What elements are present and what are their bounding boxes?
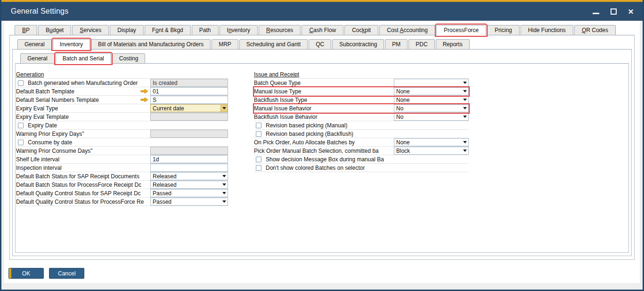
field-label-cell: Default Serial Numbers Template [16,96,150,104]
tab-general[interactable]: General [20,53,55,64]
checkbox[interactable] [18,123,24,128]
tab-bp[interactable]: BP [15,25,37,35]
field-label-cell: Pick Order Manual Batch Selection, commi… [254,147,394,155]
chevron-down-icon[interactable] [461,96,468,103]
link-arrow-icon[interactable] [140,89,148,94]
tab-qr-codes[interactable]: QR Codes [574,25,616,35]
field-label-cell: Default Batch Template [16,87,150,95]
field-label-cell: Default Batch Status for ProcessForce Re… [16,181,150,189]
checkbox[interactable] [18,80,24,86]
dropdown-value: None [396,97,461,103]
field-label: Default Batch Status for ProcessForce Re… [16,182,141,188]
dropdown-value: Released [153,182,220,188]
checkbox[interactable] [256,165,261,171]
tab-mrp[interactable]: MRP [212,39,238,50]
field-label-cell: Shelf Life interval [16,155,150,163]
field-label-cell: Revision based picking (Backflush) [254,130,394,138]
chevron-down-icon[interactable] [461,139,468,146]
chevron-down-icon[interactable] [461,79,468,86]
tab-cost-accounting[interactable]: Cost Accounting [379,25,435,35]
field-label-cell: Warning Prior Consume Days" [16,147,150,155]
field-label: Expiry Date [28,122,57,129]
field-row-batch-generated-when-manufacturing-order: Batch generated when Manufacturing Order… [16,79,228,87]
tab-processforce[interactable]: ProcessForce [436,25,486,35]
dropdown-value: Passed [153,199,220,205]
minimize-button[interactable] [592,7,600,16]
chevron-down-icon[interactable] [220,105,228,112]
tab-font-bkgd[interactable]: Font & Bkgd [145,25,191,35]
dropdown-field[interactable]: Released [150,172,228,180]
field-row-warning-prior-expiry-days: Warning Prior Expiry Days" [16,130,228,138]
tab-inventory[interactable]: Inventory [220,25,258,35]
tab-cash-flow[interactable]: Cash Flow [302,25,343,35]
chevron-down-icon[interactable] [220,190,228,197]
tab-budget[interactable]: Budget [38,25,71,35]
dropdown-field[interactable]: Passed [150,198,228,206]
field-label: Revision based picking (Backflush) [266,131,353,137]
dropdown-field[interactable]: No [394,104,469,112]
checkbox[interactable] [256,131,261,137]
link-arrow-icon[interactable] [140,97,148,102]
field-label-cell: Manual Issue Behavior [254,104,394,112]
chevron-down-icon[interactable] [461,105,468,112]
tab-display[interactable]: Display [110,25,143,35]
empty-cell [394,121,469,129]
dropdown-field[interactable] [394,79,469,87]
dropdown-field[interactable]: Passed [150,189,228,197]
tab-resources[interactable]: Resources [259,25,301,35]
tab-path[interactable]: Path [192,25,219,35]
empty-cell [150,121,228,129]
dropdown-field[interactable]: Released [150,181,228,189]
tab-reports[interactable]: Reports [436,39,470,50]
field-label-cell: Batch generated when Manufacturing Order [16,79,150,87]
chevron-down-icon[interactable] [220,181,228,188]
tab-subcontracting[interactable]: Subcontracting [332,39,384,50]
batch-and-serial-panel: GenerationBatch generated when Manufactu… [15,64,629,253]
dropdown-field[interactable]: None [394,138,469,146]
field-label-cell: Default Batch Status for SAP Receipt Doc… [16,172,150,180]
close-button[interactable]: ✕ [627,7,635,16]
main-tab-bar: BPBudgetServicesDisplayFont & BkgdPathIn… [9,25,635,35]
chevron-down-icon[interactable] [220,173,228,180]
tab-pricing[interactable]: Pricing [487,25,520,35]
text-input[interactable]: 1d [150,155,228,163]
field-label: Expiry Eval Template [16,114,69,120]
tab-bill-of-materials-and-manufacturing-orders[interactable]: Bill of Materials and Manufacturing Orde… [91,39,211,50]
tab-cockpit[interactable]: Cockpit [344,25,378,35]
field-row-default-batch-status-for-processforce-receipt-dc: Default Batch Status for ProcessForce Re… [16,181,228,189]
chevron-down-icon[interactable] [461,88,468,95]
checkbox[interactable] [256,157,261,162]
checkbox[interactable] [18,140,24,145]
tab-inventory[interactable]: Inventory [53,39,90,50]
text-input[interactable]: S [150,96,228,104]
text-input[interactable] [150,164,228,172]
tab-scheduling-and-gantt[interactable]: Scheduling and Gantt [239,39,308,50]
tab-services[interactable]: Services [72,25,109,35]
field-label-cell: Warning Prior Expiry Days" [16,130,150,138]
field-label: Inspection interval [16,165,62,171]
empty-cell [150,138,228,146]
chevron-down-icon[interactable] [461,113,468,120]
checkbox[interactable] [256,123,261,128]
tab-batch-and-serial[interactable]: Batch and Serial [56,53,111,64]
tab-costing[interactable]: Costing [112,53,146,64]
tab-hide-functions[interactable]: Hide Functions [521,25,573,35]
tab-pdc[interactable]: PDC [408,39,434,50]
tab-qc[interactable]: QC [309,39,331,50]
text-input[interactable]: 01 [150,87,228,95]
dropdown-field[interactable]: Current date [150,104,228,112]
cancel-button[interactable]: Cancel [49,268,84,279]
chevron-down-icon[interactable] [461,147,468,154]
dropdown-field[interactable]: None [394,96,469,104]
titlebar: General Settings ✕ [1,2,643,21]
field-row-batch-queue-type: Batch Queue Type [254,79,469,87]
maximize-button[interactable] [609,7,618,16]
dropdown-field[interactable]: No [394,113,469,121]
ok-button[interactable]: OK [8,268,44,279]
tab-general[interactable]: General [17,39,52,50]
chevron-down-icon[interactable] [220,198,228,205]
dropdown-field[interactable]: Block [394,147,469,155]
dropdown-field[interactable]: None [394,87,469,95]
field-label: Manual Issue Behavior [254,105,311,112]
tab-pm[interactable]: PM [385,39,408,50]
